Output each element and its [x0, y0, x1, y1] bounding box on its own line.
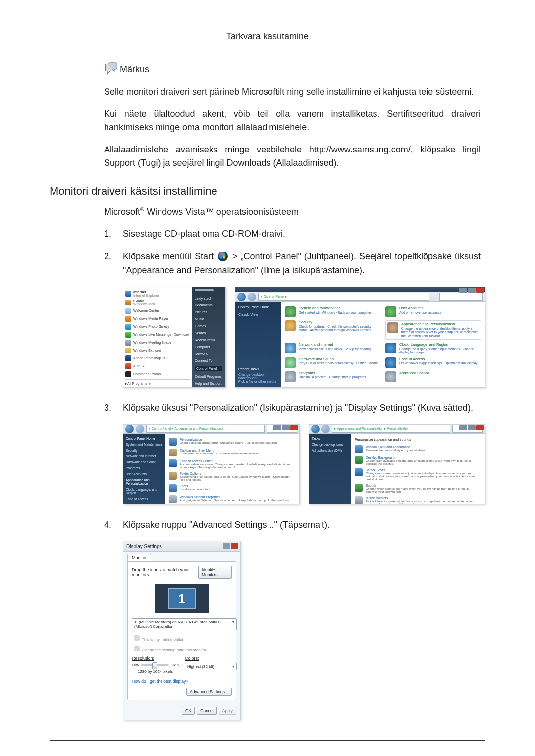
- monitor-1-icon[interactable]: 1: [168, 588, 196, 609]
- step-2: Klõpsake menüül Start > „Control Panel" …: [104, 250, 481, 278]
- note-p3: Allalaadimislehe avamiseks minge veebile…: [104, 143, 481, 170]
- svg-rect-5: [223, 256, 225, 259]
- svg-rect-2: [220, 253, 223, 256]
- colors-combo[interactable]: Highest (32 bit): [185, 663, 237, 670]
- colors-label: Colors:: [185, 656, 199, 661]
- steps-list: Sisestage CD-plaat oma CD-ROM-draivi. Kl…: [104, 227, 481, 278]
- figure-row-2: ▸ Control Panel ▸ Appearance and Persona…: [123, 424, 485, 504]
- screenshot-display-settings: Display Settings Monitor Drag the icons …: [123, 541, 241, 720]
- note-p1: Selle monitori draiveri sert pärineb Mic…: [104, 85, 481, 99]
- note-row: Märkus: [104, 62, 481, 76]
- figure-row-3: Display Settings Monitor Drag the icons …: [123, 541, 485, 720]
- monitor-arrange-box[interactable]: 1: [155, 584, 209, 613]
- start-menu-left: InternetInternet Explorer E-mailWindows …: [123, 287, 192, 387]
- step-1: Sisestage CD-plaat oma CD-ROM-draivi.: [104, 227, 481, 241]
- subtitle-suffix: Windows Vista™ operatsioonisüsteem: [144, 207, 299, 217]
- advanced-settings-button[interactable]: Advanced Settings...: [186, 688, 232, 696]
- extend-desktop-checkbox: [134, 646, 139, 651]
- tab-monitor[interactable]: Monitor: [127, 554, 151, 561]
- start-menu-right: cindy stsol Documents Pictures Music Gam…: [192, 287, 225, 387]
- help-link[interactable]: How do I get the best display?: [132, 679, 188, 684]
- footer-rule: [50, 740, 485, 741]
- page-title: Tarkvara kasutamine: [50, 31, 485, 42]
- step-4: Klõpsake nuppu "Advanced Settings..." (T…: [104, 518, 481, 532]
- screenshot-start-menu: InternetInternet Explorer E-mailWindows …: [123, 287, 226, 388]
- start-orb-icon: [217, 251, 228, 262]
- section-title: Monitori draiveri käsitsi installimine: [50, 185, 485, 198]
- step-2-a: Klõpsake menüül Start: [123, 252, 216, 261]
- identify-monitors-button[interactable]: Identify Monitors: [198, 566, 232, 579]
- cancel-button[interactable]: Cancel: [197, 707, 216, 715]
- screenshot-personalization-pane: ▸ Appearance and Personalization ▸ Perso…: [309, 424, 485, 504]
- screenshot-appearance-pane: ▸ Control Panel ▸ Appearance and Persona…: [123, 424, 300, 504]
- svg-point-1: [218, 252, 227, 261]
- note-icon: [104, 62, 118, 76]
- figure-row-1: InternetInternet Explorer E-mailWindows …: [123, 287, 485, 388]
- resolution-value: 1280 by 1024 pixels: [132, 669, 179, 674]
- svg-rect-4: [220, 256, 223, 259]
- ok-button[interactable]: OK: [182, 707, 195, 715]
- drag-caption: Drag the icons to match your monitors.: [132, 567, 198, 577]
- dialog-title: Display Settings: [126, 544, 162, 549]
- svg-rect-3: [223, 253, 225, 256]
- subtitle-prefix: Microsoft: [104, 207, 140, 217]
- monitor-select-combo[interactable]: 1. (Multiple Monitors) on NVIDIA GeForce…: [132, 618, 237, 630]
- screenshot-control-panel: ▸ Control Panel ▸ Control Panel Home Cla…: [235, 287, 485, 388]
- header-rule: [50, 25, 485, 25]
- resolution-label: Resolution:: [132, 656, 154, 661]
- note-p2: Kui näete ülaltoodud akent, võib teil ol…: [104, 107, 481, 134]
- apply-button: Apply: [219, 707, 236, 715]
- main-monitor-checkbox: [134, 636, 139, 641]
- resolution-slider[interactable]: Low High: [132, 663, 179, 667]
- os-subtitle: Microsoft® Windows Vista™ operatsioonisü…: [104, 206, 485, 217]
- note-label: Märkus: [120, 64, 149, 75]
- step-3: Klõpsake üksusi "Personalization" (Isiku…: [104, 402, 481, 415]
